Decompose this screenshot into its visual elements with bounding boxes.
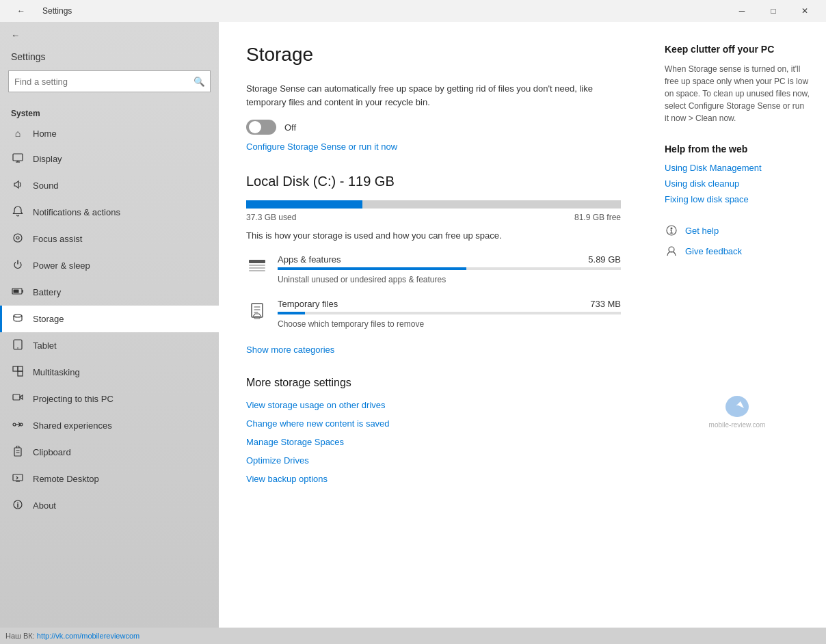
keep-clutter-desc: When Storage sense is turned on, it'll f…	[665, 63, 810, 124]
temp-bar	[278, 312, 621, 314]
temp-bar-fill	[278, 312, 305, 314]
back-arrow-icon: ←	[11, 30, 20, 40]
optimize-drives-link[interactable]: Optimize Drives	[246, 455, 621, 466]
change-content-saved-link[interactable]: Change where new content is saved	[246, 418, 621, 429]
focus-icon	[11, 232, 25, 245]
toggle-knob	[249, 121, 261, 133]
maximize-button[interactable]: □	[758, 0, 789, 22]
close-button[interactable]: ✕	[789, 0, 821, 22]
watermark: mobile-review.com	[665, 394, 810, 429]
bottom-bar: Наш ВК: http://vk.com/mobilereviewcom	[0, 628, 826, 644]
disk-bar-used	[246, 200, 362, 209]
notifications-icon	[11, 206, 25, 219]
sidebar-item-sound[interactable]: Sound	[0, 172, 219, 199]
sidebar-item-label: Notifications & actions	[33, 207, 120, 217]
view-backup-options-link[interactable]: View backup options	[246, 474, 621, 484]
sidebar-item-tablet[interactable]: Tablet	[0, 332, 219, 359]
sidebar-item-projecting[interactable]: Projecting to this PC	[0, 386, 219, 412]
disk-title: Local Disk (C:) - 119 GB	[246, 174, 621, 189]
battery-icon	[11, 286, 25, 299]
search-input[interactable]	[9, 74, 188, 90]
tablet-icon	[11, 339, 25, 352]
shared-icon	[11, 419, 25, 432]
about-icon	[11, 499, 25, 512]
give-feedback-action[interactable]: Give feedback	[665, 244, 810, 258]
sidebar-item-storage[interactable]: Storage	[0, 306, 219, 332]
clipboard-icon	[11, 446, 25, 459]
manage-storage-spaces-link[interactable]: Manage Storage Spaces	[246, 437, 621, 447]
content-main: Storage Storage Sense can automatically …	[219, 22, 648, 628]
using-disk-management-link[interactable]: Using Disk Management	[665, 163, 810, 173]
using-disk-cleanup-link[interactable]: Using disk cleanup	[665, 178, 810, 189]
content-area: Storage Storage Sense can automatically …	[219, 22, 826, 628]
bottom-text: Наш ВК:	[5, 632, 35, 640]
sidebar-item-notifications[interactable]: Notifications & actions	[0, 199, 219, 226]
storage-category-temp[interactable]: Temporary files 733 MB Choose which temp…	[246, 299, 621, 330]
get-help-link[interactable]: Get help	[685, 226, 719, 236]
svg-rect-12	[18, 371, 23, 376]
sidebar-item-label: Battery	[33, 287, 61, 297]
page-title: Storage	[246, 44, 621, 66]
apps-bar-fill	[278, 267, 466, 270]
svg-rect-11	[13, 366, 18, 371]
svg-point-33	[671, 228, 673, 230]
show-more-categories-link[interactable]: Show more categories	[246, 345, 334, 355]
sidebar-item-home[interactable]: ⌂ Home	[0, 121, 219, 146]
sidebar-app-title: Settings	[0, 49, 219, 70]
apps-features-content: Apps & features 5.89 GB Uninstall unused…	[278, 254, 621, 285]
sidebar-item-label: About	[33, 500, 56, 511]
back-button[interactable]: ←	[5, 0, 37, 22]
minimize-button[interactable]: ─	[726, 0, 758, 22]
disk-bar-labels: 37.3 GB used 81.9 GB free	[246, 213, 621, 222]
storage-category-apps[interactable]: Apps & features 5.89 GB Uninstall unused…	[246, 254, 621, 285]
watermark-logo-icon	[720, 394, 754, 418]
window-controls: ─ □ ✕	[726, 0, 821, 22]
svg-rect-14	[13, 394, 20, 400]
configure-storage-link[interactable]: Configure Storage Sense or run it now	[246, 142, 397, 152]
sidebar-item-focus[interactable]: Focus assist	[0, 226, 219, 252]
svg-rect-28	[249, 267, 265, 269]
svg-point-15	[13, 423, 16, 426]
sidebar-item-power[interactable]: Power & sleep	[0, 252, 219, 279]
sidebar-item-multitasking[interactable]: Multitasking	[0, 359, 219, 386]
keep-clutter-title: Keep clutter off your PC	[665, 44, 810, 55]
search-box[interactable]: 🔍	[8, 70, 211, 92]
sidebar-back-button[interactable]: ←	[0, 22, 219, 49]
sound-icon	[11, 179, 25, 192]
toggle-label: Off	[284, 122, 296, 133]
give-feedback-link[interactable]: Give feedback	[685, 246, 742, 256]
search-button[interactable]: 🔍	[188, 71, 210, 92]
remote-icon	[11, 472, 25, 485]
svg-rect-29	[249, 270, 265, 271]
disk-bar	[246, 200, 621, 209]
watermark-text: mobile-review.com	[665, 421, 810, 429]
sidebar-item-clipboard[interactable]: Clipboard	[0, 439, 219, 466]
bottom-link[interactable]: http://vk.com/mobilereviewcom	[37, 632, 139, 640]
view-storage-usage-link[interactable]: View storage usage on other drives	[246, 400, 621, 410]
sidebar-item-label: Tablet	[33, 340, 57, 351]
temp-desc: Choose which temporary files to remove	[278, 319, 424, 329]
sidebar-item-display[interactable]: Display	[0, 146, 219, 172]
svg-point-3	[14, 234, 22, 242]
sidebar-item-shared[interactable]: Shared experiences	[0, 412, 219, 439]
sidebar-item-battery[interactable]: Battery	[0, 279, 219, 306]
system-section-label: System	[0, 103, 219, 121]
sidebar-item-label: Shared experiences	[33, 420, 112, 431]
apps-icon	[246, 256, 268, 278]
svg-rect-27	[249, 265, 265, 266]
sidebar-item-label: Projecting to this PC	[33, 394, 114, 404]
storage-sense-toggle[interactable]	[246, 120, 276, 135]
fixing-low-disk-link[interactable]: Fixing low disk space	[665, 194, 810, 204]
sidebar-item-about[interactable]: About	[0, 492, 219, 519]
app-container: ← Settings 🔍 System ⌂ Home Display S	[0, 22, 826, 628]
titlebar: ← Settings ─ □ ✕	[0, 0, 826, 22]
sidebar-item-remote[interactable]: Remote Desktop	[0, 466, 219, 492]
svg-point-25	[17, 502, 18, 503]
get-help-action[interactable]: Get help	[665, 224, 810, 237]
svg-rect-13	[18, 366, 23, 371]
svg-rect-6	[23, 290, 24, 293]
titlebar-left: ← Settings	[5, 0, 72, 22]
power-icon	[11, 259, 25, 272]
search-icon: 🔍	[194, 77, 205, 87]
svg-point-8	[14, 314, 22, 317]
